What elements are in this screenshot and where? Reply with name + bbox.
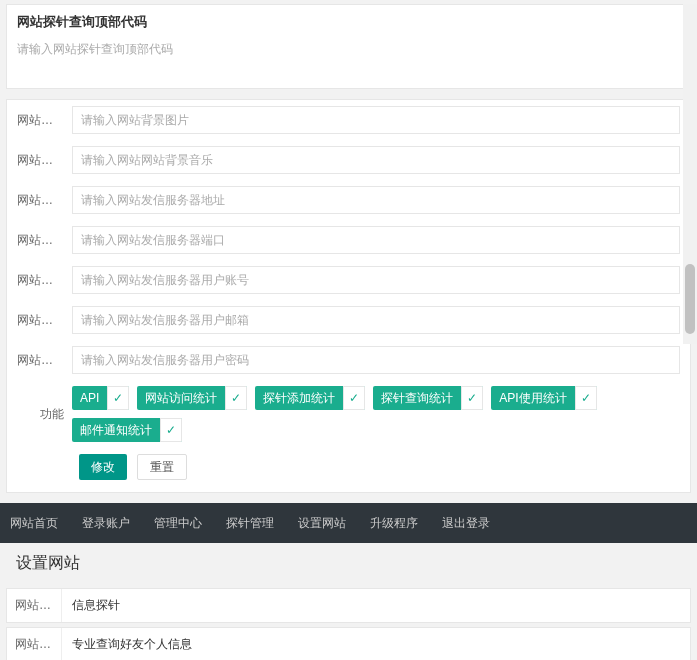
site-bg-image-input[interactable]: [72, 106, 680, 134]
smtp-password-input[interactable]: [72, 346, 680, 374]
check-icon: ✓: [225, 386, 247, 410]
readonly-label: 网站副标题: [7, 628, 62, 660]
submit-button[interactable]: 修改: [79, 454, 127, 480]
nav-logout[interactable]: 退出登录: [442, 515, 490, 532]
field-label: 网站发信…: [17, 232, 72, 249]
probe-query-top-code-title: 网站探针查询顶部代码: [7, 5, 690, 35]
readonly-value: 专业查询好友个人信息: [62, 628, 690, 660]
main-nav: 网站首页 登录账户 管理中心 探针管理 设置网站 升级程序 退出登录: [0, 503, 697, 543]
check-icon: ✓: [343, 386, 365, 410]
check-icon: ✓: [461, 386, 483, 410]
func-tag-mail[interactable]: 邮件通知统计✓: [72, 418, 182, 442]
field-label: 网站发信…: [17, 272, 72, 289]
readonly-row: 网站标题 信息探针: [6, 588, 691, 623]
probe-query-top-code-input[interactable]: [7, 35, 690, 85]
check-icon: ✓: [160, 418, 182, 442]
check-icon: ✓: [107, 386, 129, 410]
settings-form-panel: 网站背景… 网站背景… 网站发信… 网站发信… 网站发信… 网站发信… 网站发信…: [6, 99, 691, 493]
func-tag-visit[interactable]: 网站访问统计✓: [137, 386, 247, 410]
nav-settings[interactable]: 设置网站: [298, 515, 346, 532]
site-bg-music-input[interactable]: [72, 146, 680, 174]
reset-button[interactable]: 重置: [137, 454, 187, 480]
field-label: 网站发信…: [17, 192, 72, 209]
probe-query-top-code-block: 网站探针查询顶部代码: [6, 4, 691, 89]
scrollbar[interactable]: [683, 4, 697, 344]
nav-home[interactable]: 网站首页: [10, 515, 58, 532]
field-label: 网站背景…: [17, 112, 72, 129]
field-label: 网站背景…: [17, 152, 72, 169]
readonly-value: 信息探针: [62, 589, 690, 622]
smtp-user-input[interactable]: [72, 266, 680, 294]
func-tag-api[interactable]: API✓: [72, 386, 129, 410]
field-label: 网站发信…: [17, 352, 72, 369]
func-tag-api-use[interactable]: API使用统计✓: [491, 386, 596, 410]
page-title: 设置网站: [0, 543, 697, 584]
check-icon: ✓: [575, 386, 597, 410]
func-label: 功能: [17, 406, 72, 423]
smtp-port-input[interactable]: [72, 226, 680, 254]
nav-login[interactable]: 登录账户: [82, 515, 130, 532]
readonly-row: 网站副标题 专业查询好友个人信息: [6, 627, 691, 660]
readonly-label: 网站标题: [7, 589, 62, 622]
smtp-email-input[interactable]: [72, 306, 680, 334]
nav-upgrade[interactable]: 升级程序: [370, 515, 418, 532]
nav-probe[interactable]: 探针管理: [226, 515, 274, 532]
smtp-server-input[interactable]: [72, 186, 680, 214]
nav-admin[interactable]: 管理中心: [154, 515, 202, 532]
field-label: 网站发信…: [17, 312, 72, 329]
func-tag-probe-add[interactable]: 探针添加统计✓: [255, 386, 365, 410]
scrollbar-thumb[interactable]: [685, 264, 695, 334]
func-tag-probe-query[interactable]: 探针查询统计✓: [373, 386, 483, 410]
